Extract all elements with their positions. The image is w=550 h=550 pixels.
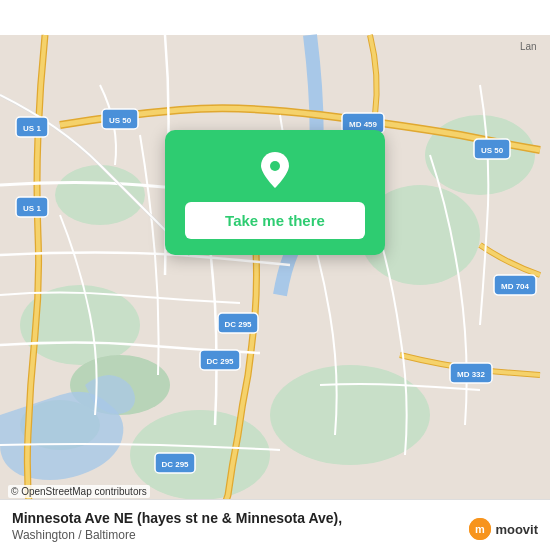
bottom-bar: Minnesota Ave NE (hayes st ne & Minnesot…: [0, 499, 550, 550]
location-title: Minnesota Ave NE (hayes st ne & Minnesot…: [12, 510, 538, 526]
app: US 1 US 1 US 50 US 50 MD 459 DC 295 DC 2…: [0, 0, 550, 550]
svg-text:DC 295: DC 295: [161, 460, 189, 469]
osm-attribution: © OpenStreetMap contributors: [8, 485, 150, 498]
moovit-logo-icon: m: [469, 518, 491, 540]
svg-text:MD 459: MD 459: [349, 120, 378, 129]
svg-text:DC 295: DC 295: [206, 357, 234, 366]
svg-point-31: [270, 161, 280, 171]
popup-card: Take me there: [165, 130, 385, 255]
take-me-there-button[interactable]: Take me there: [185, 202, 365, 239]
svg-text:Lan: Lan: [520, 41, 537, 52]
svg-text:US 1: US 1: [23, 124, 41, 133]
svg-text:MD 332: MD 332: [457, 370, 486, 379]
svg-text:US 50: US 50: [109, 116, 132, 125]
svg-text:MD 704: MD 704: [501, 282, 530, 291]
map-container: US 1 US 1 US 50 US 50 MD 459 DC 295 DC 2…: [0, 0, 550, 550]
svg-text:m: m: [475, 523, 485, 535]
moovit-logo: m moovit: [469, 518, 538, 540]
moovit-logo-text: moovit: [495, 522, 538, 537]
location-subtitle: Washington / Baltimore: [12, 528, 538, 542]
svg-text:DC 295: DC 295: [224, 320, 252, 329]
svg-text:US 50: US 50: [481, 146, 504, 155]
svg-text:US 1: US 1: [23, 204, 41, 213]
svg-point-4: [130, 410, 270, 500]
map-pin-icon: [253, 148, 297, 192]
